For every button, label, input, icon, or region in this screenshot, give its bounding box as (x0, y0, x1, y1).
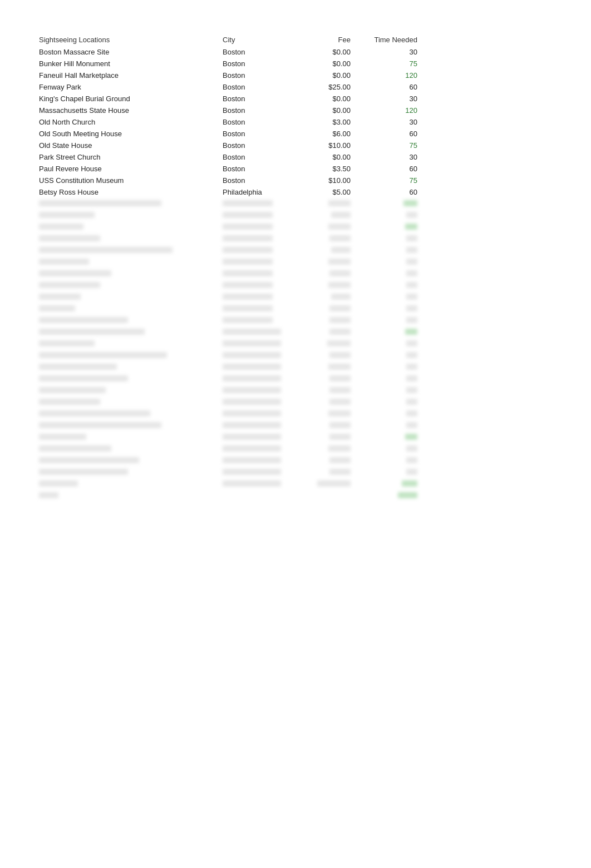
cell-city: Boston (223, 153, 312, 161)
cell-time: 60 (362, 188, 429, 196)
header-city: City (223, 36, 312, 44)
table-row: Massachusetts State House Boston $0.00 1… (39, 105, 558, 116)
header-fee: Fee (312, 36, 362, 44)
table-row: Betsy Ross House Philadelphia $5.00 60 (39, 186, 558, 198)
cell-time: 75 (362, 141, 429, 150)
cell-location: Massachusetts State House (39, 106, 223, 115)
cell-time: 30 (362, 153, 429, 161)
cell-time: 120 (362, 106, 429, 115)
cell-fee: $0.00 (312, 59, 362, 68)
cell-time: 60 (362, 130, 429, 138)
cell-time: 60 (362, 83, 429, 91)
table-header: Sightseeing Locations City Fee Time Need… (39, 33, 558, 46)
cell-location: Boston Massacre Site (39, 48, 223, 56)
cell-city: Boston (223, 118, 312, 126)
cell-city: Philadelphia (223, 188, 312, 196)
cell-location: Old North Church (39, 118, 223, 126)
cell-city: Boston (223, 95, 312, 103)
cell-city: Boston (223, 59, 312, 68)
cell-fee: $0.00 (312, 95, 362, 103)
cell-city: Boston (223, 165, 312, 173)
cell-city: Boston (223, 141, 312, 150)
table-row: King's Chapel Burial Ground Boston $0.00… (39, 93, 558, 105)
sightseeing-table: Sightseeing Locations City Fee Time Need… (39, 33, 558, 502)
cell-time: 75 (362, 176, 429, 185)
table-row: Fenway Park Boston $25.00 60 (39, 81, 558, 93)
visible-rows: Boston Massacre Site Boston $0.00 30 Bun… (39, 46, 558, 198)
cell-location: Paul Revere House (39, 165, 223, 173)
cell-location: Fenway Park (39, 83, 223, 91)
cell-fee: $0.00 (312, 48, 362, 56)
cell-location: USS Constitution Museum (39, 176, 223, 185)
table-row: USS Constitution Museum Boston $10.00 75 (39, 175, 558, 186)
cell-city: Boston (223, 176, 312, 185)
table-row: Boston Massacre Site Boston $0.00 30 (39, 46, 558, 58)
table-row: Old North Church Boston $3.00 30 (39, 116, 558, 128)
table-row: Bunker Hill Monument Boston $0.00 75 (39, 58, 558, 70)
cell-city: Boston (223, 83, 312, 91)
cell-fee: $0.00 (312, 153, 362, 161)
cell-fee: $5.00 (312, 188, 362, 196)
cell-fee: $6.00 (312, 130, 362, 138)
cell-fee: $25.00 (312, 83, 362, 91)
cell-time: 30 (362, 95, 429, 103)
cell-location: Old South Meeting House (39, 130, 223, 138)
table-row: Old South Meeting House Boston $6.00 60 (39, 128, 558, 140)
cell-fee: $10.00 (312, 141, 362, 150)
cell-fee: $10.00 (312, 176, 362, 185)
cell-time: 30 (362, 118, 429, 126)
cell-time: 75 (362, 59, 429, 68)
cell-location: Park Street Church (39, 153, 223, 161)
cell-location: Old State House (39, 141, 223, 150)
cell-time: 30 (362, 48, 429, 56)
cell-fee: $0.00 (312, 71, 362, 80)
cell-fee: $0.00 (312, 106, 362, 115)
cell-location: Betsy Ross House (39, 188, 223, 196)
cell-time: 60 (362, 165, 429, 173)
header-location: Sightseeing Locations (39, 36, 223, 44)
cell-time: 120 (362, 71, 429, 80)
cell-city: Boston (223, 106, 312, 115)
header-time: Time Needed (362, 36, 429, 44)
cell-fee: $3.50 (312, 165, 362, 173)
cell-location: Bunker Hill Monument (39, 59, 223, 68)
cell-city: Boston (223, 71, 312, 80)
cell-location: Faneuil Hall Marketplace (39, 71, 223, 80)
cell-location: King's Chapel Burial Ground (39, 95, 223, 103)
table-row: Paul Revere House Boston $3.50 60 (39, 163, 558, 175)
table-row: Faneuil Hall Marketplace Boston $0.00 12… (39, 70, 558, 81)
table-row: Old State House Boston $10.00 75 (39, 140, 558, 151)
blurred-rows (39, 198, 558, 502)
cell-city: Boston (223, 48, 312, 56)
table-row: Park Street Church Boston $0.00 30 (39, 151, 558, 163)
cell-fee: $3.00 (312, 118, 362, 126)
cell-city: Boston (223, 130, 312, 138)
